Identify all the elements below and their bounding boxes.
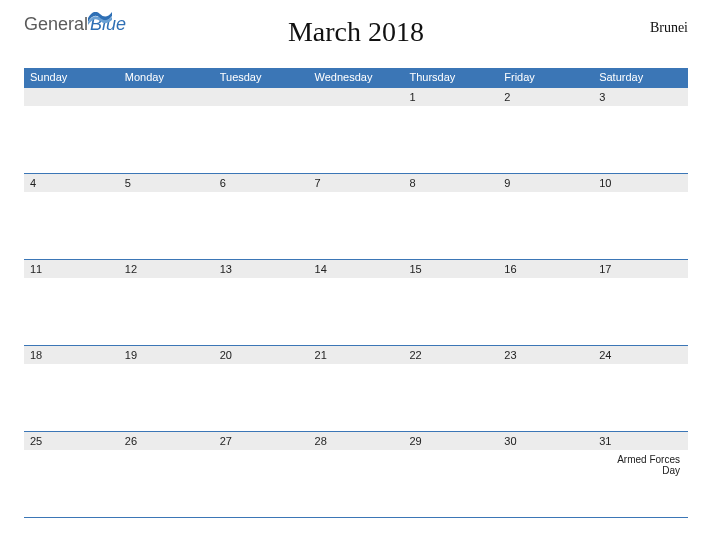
day-body: [214, 192, 309, 259]
calendar-day: 13: [214, 260, 309, 345]
day-number-strip: 23: [498, 346, 593, 364]
calendar-day: 6: [214, 174, 309, 259]
day-number-strip: 26: [119, 432, 214, 450]
day-number: 1: [409, 91, 415, 103]
day-number: 24: [599, 349, 611, 361]
day-body: [214, 106, 309, 173]
day-body: [24, 364, 119, 431]
day-number-strip: 2: [498, 88, 593, 106]
calendar-day: 2: [498, 88, 593, 173]
day-body: [119, 192, 214, 259]
day-body: [309, 364, 404, 431]
calendar-event: Armed Forces Day: [597, 452, 684, 476]
dow-thursday: Thursday: [403, 68, 498, 88]
calendar-day: 19: [119, 346, 214, 431]
day-number-strip: 13: [214, 260, 309, 278]
day-number: 20: [220, 349, 232, 361]
calendar-week: 123: [24, 88, 688, 174]
day-body: [214, 364, 309, 431]
day-body: [309, 106, 404, 173]
day-number-strip: 6: [214, 174, 309, 192]
day-body: [24, 192, 119, 259]
day-number-strip: 24: [593, 346, 688, 364]
day-number: 30: [504, 435, 516, 447]
day-number: 28: [315, 435, 327, 447]
brand-logo: General Blue: [24, 14, 126, 35]
day-number-strip: 3: [593, 88, 688, 106]
day-body: [119, 450, 214, 517]
day-body: [214, 278, 309, 345]
day-number: 14: [315, 263, 327, 275]
day-number-strip: 20: [214, 346, 309, 364]
dow-sunday: Sunday: [24, 68, 119, 88]
day-number: 25: [30, 435, 42, 447]
day-body: [593, 278, 688, 345]
calendar-day: 16: [498, 260, 593, 345]
day-body: [593, 364, 688, 431]
day-body: [403, 106, 498, 173]
calendar-day: 27: [214, 432, 309, 517]
day-number-strip: 17: [593, 260, 688, 278]
day-number-strip: 19: [119, 346, 214, 364]
day-of-week-header: Sunday Monday Tuesday Wednesday Thursday…: [24, 68, 688, 88]
day-number-strip: 21: [309, 346, 404, 364]
day-number: 17: [599, 263, 611, 275]
day-number: 2: [504, 91, 510, 103]
calendar-day: 26: [119, 432, 214, 517]
day-body: [24, 278, 119, 345]
calendar-week: 18192021222324: [24, 346, 688, 432]
day-number-strip: 27: [214, 432, 309, 450]
day-number: 8: [409, 177, 415, 189]
day-number: 21: [315, 349, 327, 361]
day-body: [403, 278, 498, 345]
day-body: [309, 278, 404, 345]
day-number-strip: [214, 88, 309, 106]
day-number-strip: 11: [24, 260, 119, 278]
calendar-day: 21: [309, 346, 404, 431]
day-number-strip: 29: [403, 432, 498, 450]
day-number-strip: 30: [498, 432, 593, 450]
day-number-strip: [309, 88, 404, 106]
calendar-day: 3: [593, 88, 688, 173]
day-number-strip: [24, 88, 119, 106]
dow-friday: Friday: [498, 68, 593, 88]
calendar-day: 29: [403, 432, 498, 517]
day-number-strip: 22: [403, 346, 498, 364]
calendar-day: 15: [403, 260, 498, 345]
day-body: [119, 278, 214, 345]
dow-wednesday: Wednesday: [309, 68, 404, 88]
day-number-strip: 12: [119, 260, 214, 278]
dow-tuesday: Tuesday: [214, 68, 309, 88]
day-number: 6: [220, 177, 226, 189]
calendar-day: 28: [309, 432, 404, 517]
day-number-strip: 16: [498, 260, 593, 278]
calendar-header: General Blue March 2018 Brunei: [24, 10, 688, 66]
day-number: 9: [504, 177, 510, 189]
day-number: 10: [599, 177, 611, 189]
calendar-day: [309, 88, 404, 173]
calendar-day: 14: [309, 260, 404, 345]
calendar-day: 9: [498, 174, 593, 259]
calendar-day: 31Armed Forces Day: [593, 432, 688, 517]
day-number: 29: [409, 435, 421, 447]
day-number: 31: [599, 435, 611, 447]
day-body: [593, 192, 688, 259]
day-body: [498, 106, 593, 173]
day-body: [403, 364, 498, 431]
day-number-strip: 7: [309, 174, 404, 192]
day-number: 22: [409, 349, 421, 361]
day-body: [403, 192, 498, 259]
day-number: 15: [409, 263, 421, 275]
day-number-strip: 9: [498, 174, 593, 192]
day-number-strip: 10: [593, 174, 688, 192]
calendar-day: [214, 88, 309, 173]
calendar-day: 22: [403, 346, 498, 431]
day-number: 27: [220, 435, 232, 447]
day-number: 18: [30, 349, 42, 361]
calendar-day: [24, 88, 119, 173]
calendar-day: 1: [403, 88, 498, 173]
calendar-day: 5: [119, 174, 214, 259]
day-number: 13: [220, 263, 232, 275]
day-body: [498, 364, 593, 431]
day-body: Armed Forces Day: [593, 450, 688, 517]
